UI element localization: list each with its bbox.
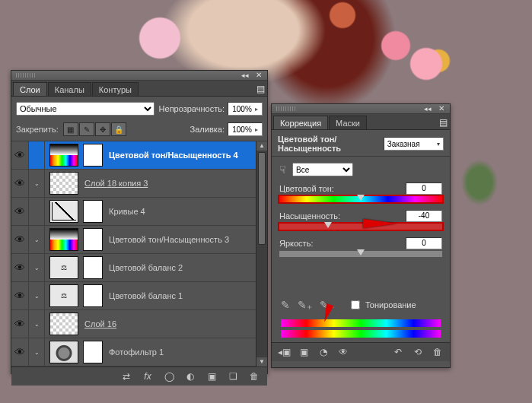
layer-row[interactable]: 👁 Слой 16 — [11, 310, 267, 338]
clip-icon[interactable]: ◔ — [317, 346, 330, 358]
prev-state-icon[interactable]: ↶ — [392, 346, 404, 358]
group-icon[interactable]: ▣ — [205, 370, 218, 382]
colorize-checkbox-input[interactable] — [351, 300, 360, 309]
opacity-input[interactable]: 100%▸ — [228, 102, 263, 116]
new-layer-icon[interactable]: ❏ — [226, 370, 240, 382]
link-col[interactable] — [29, 226, 45, 253]
visibility-icon[interactable]: 👁 — [11, 170, 29, 197]
visibility-icon[interactable]: 👁 — [11, 310, 29, 338]
tab-correction[interactable]: Коррекция — [273, 116, 328, 129]
collapse-icon[interactable]: ◂◂ — [240, 71, 250, 80]
scroll-up-icon[interactable]: ▲ — [256, 141, 267, 151]
hue-input[interactable]: 0 — [406, 182, 442, 195]
lightness-input[interactable]: 0 — [406, 237, 442, 249]
link-col[interactable] — [29, 310, 45, 338]
colorize-checkbox[interactable]: Тонирование — [348, 298, 416, 312]
layer-name[interactable]: Цветовой тон/Насыщенность 4 — [109, 151, 238, 160]
lock-all-icon[interactable]: 🔒 — [111, 122, 126, 136]
trash-icon[interactable]: 🗑 — [432, 346, 444, 358]
scrollbar[interactable]: ▲ ▼ — [256, 141, 267, 367]
layer-name[interactable]: Слой 18 копия 3 — [84, 179, 148, 188]
saturation-slider[interactable] — [279, 224, 442, 230]
layer-name[interactable]: Цветовой баланс 2 — [109, 263, 183, 272]
fx-icon[interactable]: fx — [141, 370, 155, 382]
eyedropper-icon[interactable]: ✎ — [281, 299, 290, 311]
eyedropper-plus-icon[interactable]: ✎₊ — [298, 299, 312, 311]
layer-mask-thumb[interactable] — [83, 256, 103, 279]
link-col[interactable] — [29, 170, 45, 197]
panel-menu-icon[interactable]: ▤ — [253, 82, 267, 96]
layer-thumb[interactable] — [49, 313, 78, 335]
lock-move-icon[interactable]: ✥ — [95, 122, 110, 136]
layer-thumb[interactable]: ⚖ — [49, 256, 78, 279]
close-icon[interactable]: ✕ — [436, 104, 447, 113]
trash-icon[interactable]: 🗑 — [247, 370, 261, 382]
layer-name[interactable]: Слой 16 — [84, 319, 116, 328]
expand-icon[interactable]: ▣ — [298, 346, 310, 358]
visibility-icon[interactable]: 👁 — [11, 141, 29, 169]
link-col[interactable] — [29, 254, 45, 281]
lightness-slider[interactable] — [279, 251, 442, 257]
layer-thumb[interactable] — [49, 341, 78, 363]
mask-icon[interactable]: ◯ — [162, 370, 176, 382]
fill-input[interactable]: 100%▸ — [228, 122, 263, 136]
slider-knob[interactable] — [357, 195, 365, 201]
panel-titlebar[interactable]: ◂◂ ✕ — [272, 104, 450, 114]
reset-icon[interactable]: ⟲ — [412, 346, 424, 358]
layer-name[interactable]: Кривые 4 — [109, 207, 145, 216]
layer-thumb[interactable] — [49, 172, 78, 195]
lock-transparent-icon[interactable]: ▦ — [63, 122, 78, 136]
panel-menu-icon[interactable]: ▤ — [436, 116, 450, 129]
layer-name[interactable]: Цветовой баланс 1 — [109, 291, 183, 300]
layer-row[interactable]: 👁 Фотофильтр 1 — [11, 338, 267, 367]
link-col[interactable] — [29, 338, 45, 366]
layer-row[interactable]: 👁 Цветовой тон/Насыщенность 4 — [11, 141, 267, 170]
layer-row[interactable]: 👁 Слой 18 копия 3 — [11, 170, 267, 198]
preset-select[interactable]: Заказная▾ — [384, 137, 444, 151]
layer-thumb[interactable] — [49, 144, 78, 167]
layer-mask-thumb[interactable] — [83, 144, 103, 167]
visibility-icon[interactable]: 👁 — [11, 282, 29, 309]
tab-channels[interactable]: Каналы — [48, 82, 91, 96]
layer-name[interactable]: Фотофильтр 1 — [109, 347, 164, 357]
link-col[interactable] — [29, 282, 45, 309]
tab-masks[interactable]: Маски — [329, 116, 367, 129]
edit-channel-select[interactable]: Все — [292, 163, 353, 176]
slider-knob[interactable] — [324, 222, 332, 228]
layer-mask-thumb[interactable] — [83, 284, 103, 307]
link-col[interactable] — [29, 141, 45, 169]
layer-mask-thumb[interactable] — [83, 341, 103, 363]
lock-brush-icon[interactable]: ✎ — [79, 122, 94, 136]
layer-row[interactable]: 👁 ⚖ Цветовой баланс 2 — [11, 254, 267, 282]
hue-slider[interactable] — [279, 196, 442, 202]
collapse-icon[interactable]: ◂◂ — [422, 104, 433, 113]
layer-thumb[interactable] — [49, 200, 78, 223]
layer-row[interactable]: 👁 Кривые 4 — [11, 198, 267, 226]
visibility-icon[interactable]: 👁 — [11, 338, 29, 366]
link-col[interactable] — [29, 198, 45, 225]
layer-mask-thumb[interactable] — [83, 228, 103, 251]
layer-row[interactable]: 👁 Цветовой тон/Насыщенность 3 — [11, 226, 267, 254]
close-icon[interactable]: ✕ — [253, 71, 264, 80]
panel-titlebar[interactable]: ◂◂ ✕ — [11, 71, 267, 81]
scroll-thumb[interactable] — [258, 152, 266, 245]
visibility-icon[interactable]: 👁 — [337, 346, 349, 358]
slider-knob[interactable] — [357, 249, 365, 255]
back-icon[interactable]: ◂▣ — [278, 346, 290, 358]
link-layers-icon[interactable]: ⇄ — [119, 370, 133, 382]
layer-mask-thumb[interactable] — [83, 200, 103, 223]
adjustment-icon[interactable]: ◐ — [183, 370, 197, 382]
blend-mode-select[interactable]: Обычные — [16, 102, 155, 116]
tab-layers[interactable]: Слои — [13, 82, 47, 96]
targeted-adjust-icon[interactable]: ☟ — [279, 163, 286, 176]
visibility-icon[interactable]: 👁 — [11, 254, 29, 281]
tab-paths[interactable]: Контуры — [92, 82, 139, 96]
layer-thumb[interactable]: ⚖ — [49, 284, 78, 307]
layer-thumb[interactable] — [49, 228, 78, 251]
visibility-icon[interactable]: 👁 — [11, 198, 29, 225]
saturation-input[interactable]: -40 — [406, 210, 442, 222]
visibility-icon[interactable]: 👁 — [11, 226, 29, 253]
scroll-down-icon[interactable]: ▼ — [256, 357, 267, 367]
layer-row[interactable]: 👁 ⚖ Цветовой баланс 1 — [11, 282, 267, 310]
layer-name[interactable]: Цветовой тон/Насыщенность 3 — [109, 235, 229, 244]
